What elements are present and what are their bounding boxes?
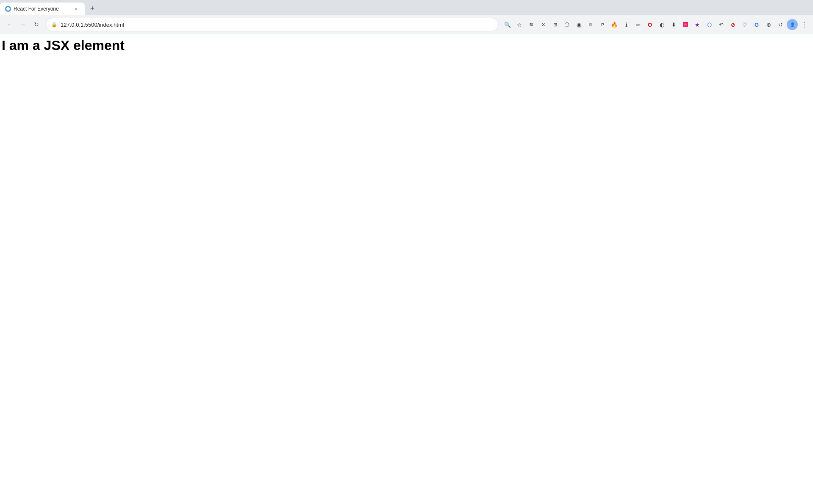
menu-icon: ⋮ [801,21,807,29]
extension-icon-a[interactable]: 🅰 [680,19,691,30]
tab-title: React For Everyone [14,6,70,12]
extension-icon-circle2[interactable]: ℹ [621,19,632,30]
info-icon: ℹ [625,22,627,28]
search-button[interactable]: 🔍 [502,19,513,30]
grid-icon: ⊞ [553,22,557,28]
fire-icon: 🔥 [611,22,618,28]
extension-icon-plus[interactable]: ⊕ [763,19,774,30]
extension-icon-download[interactable]: ⬇ [668,19,679,30]
half-circle-icon: ◐ [660,22,664,28]
pen-icon: ✏ [636,22,641,28]
tab-bar: React For Everyone × + [0,0,813,15]
extension-icon-f[interactable]: f? [597,19,608,30]
new-tab-button[interactable]: + [86,3,98,14]
toolbar-icons: 🔍 ☆ ≋ ✕ ⊞ ⬡ ◉ ⚙ f? [502,19,810,30]
menu-button[interactable]: ⋮ [799,19,810,30]
reload-icon: ↻ [34,21,39,28]
extension-icon-heart[interactable]: ♡ [739,19,750,30]
extension-icon-3[interactable]: ⊞ [549,19,560,30]
back-icon: ← [6,21,12,28]
f-icon: f? [600,22,604,27]
reload-button[interactable]: ↻ [31,19,42,30]
address-bar: 127.0.0.1:5500/index.html [61,22,493,28]
forward-icon: → [20,21,26,28]
extension-icon-4[interactable]: ⬡ [561,19,572,30]
star-icon: ★ [695,22,700,28]
opera-icon: O [648,22,652,28]
tab-close-button[interactable]: × [73,6,80,12]
hex2-icon: ⬡ [707,22,712,28]
plus-circle-icon: ⊕ [766,22,771,28]
forward-button[interactable]: → [17,19,29,30]
refresh-button[interactable]: ↺ [775,19,786,30]
back-button[interactable]: ← [3,19,15,30]
bookmark-icon: ☆ [517,22,522,28]
extension-icon-6[interactable]: ⚙ [585,19,596,30]
extension-icon-fire[interactable]: 🔥 [609,19,620,30]
lock-icon: 🔒 [51,22,57,28]
no-icon: ⊘ [731,22,735,28]
jsx-heading: I am a JSX element [2,38,811,53]
extension-icon-1[interactable]: ≋ [526,19,537,30]
browser-chrome: React For Everyone × + ← → ↻ 🔒 127.0.0.1… [0,0,813,34]
bookmark-button[interactable]: ☆ [514,19,525,30]
extension-icon-half[interactable]: ◐ [656,19,667,30]
hex-icon: ⬡ [564,21,569,28]
g-icon: G [755,22,759,28]
extension-icon-no[interactable]: ⊘ [727,19,738,30]
page-content: I am a JSX element [0,34,813,492]
profile-icon: 👤 [790,22,795,27]
a-icon: 🅰 [683,22,688,28]
back2-icon: ↶ [719,22,724,28]
extension-icon-g[interactable]: G [751,19,762,30]
download-icon: ⬇ [671,22,676,28]
opera-button[interactable]: O [644,19,655,30]
nav-bar: ← → ↻ 🔒 127.0.0.1:5500/index.html 🔍 ☆ ≋ [0,15,813,34]
customize-icon: ≋ [529,22,533,28]
extension-icon-star[interactable]: ★ [692,19,703,30]
active-tab[interactable]: React For Everyone × [0,3,85,15]
address-bar-container[interactable]: 🔒 127.0.0.1:5500/index.html [46,18,499,31]
gear-icon: ⚙ [588,22,593,28]
refresh-icon: ↺ [778,22,783,28]
extension-icon-pen[interactable]: ✏ [633,19,644,30]
heart-icon: ♡ [742,22,747,28]
circle-icon: ◉ [577,22,581,28]
extension-icon-5[interactable]: ◉ [573,19,584,30]
extension-icon-back[interactable]: ↶ [716,19,727,30]
tab-favicon [5,6,11,12]
extension-icon-2[interactable]: ✕ [538,19,549,30]
x-icon: ✕ [541,22,545,28]
extension-icon-hex2[interactable]: ⬡ [704,19,715,30]
search-icon: 🔍 [504,22,511,28]
profile-button[interactable]: 👤 [787,19,798,30]
